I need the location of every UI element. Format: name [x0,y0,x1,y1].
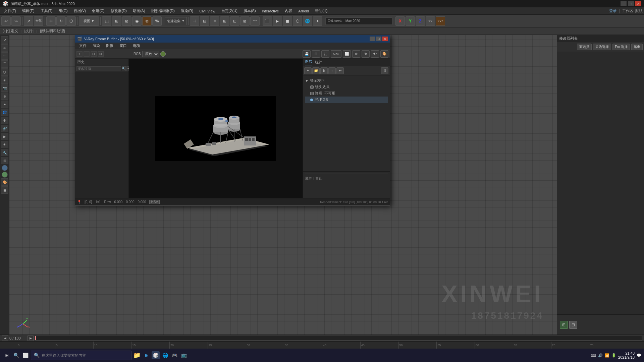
vfb-render-area[interactable] [129,59,303,198]
material-editor[interactable]: ⬡ [293,16,302,26]
sec-toolbar-item-1[interactable]: [+]任定义 [3,28,18,34]
menu-graph-editor[interactable]: 图形编辑器(D) [149,8,177,14]
rpanel-folder[interactable]: 📁 [312,67,320,74]
vfb-fullscreen-btn[interactable]: ⬜ [343,50,351,58]
tree-item-lens[interactable]: 镜头效果 [305,84,388,90]
menu-edit[interactable]: 编辑(E) [19,8,37,14]
menu-animation[interactable]: 动画(A) [130,8,148,14]
vfb-history-prev[interactable]: ⊠ [98,51,104,57]
vfb-zoom50-btn[interactable]: 50% [331,50,341,58]
axis-x[interactable]: X [395,16,405,26]
sec-toolbar-item-2[interactable]: |执行| [24,28,34,34]
close-button[interactable]: ✕ [635,1,641,6]
menu-civil-view[interactable]: Civil View [197,8,218,14]
sidebar-object-color[interactable] [2,165,8,171]
curve-editor[interactable]: 〰 [250,16,260,26]
rotate-tool[interactable]: ↻ [56,16,66,26]
rpanel-undo[interactable]: ↩ [336,67,344,74]
sidebar-camera[interactable]: 📷 [1,84,8,92]
align-tool[interactable]: ⊟ [200,16,209,26]
axis-xyz[interactable]: XYZ [436,16,445,26]
tool-3[interactable]: ⊠ [122,16,131,26]
search-btn[interactable]: 🔍 [12,351,20,359]
vfb-eye-btn[interactable]: 👁 [371,50,379,58]
rpanel-move-up[interactable]: ↑ [328,67,336,74]
menu-create[interactable]: 创建(C) [89,8,107,14]
select-tool[interactable]: ↗ [24,16,33,26]
color-mode-select[interactable]: 颜色 [142,51,159,57]
sidebar-select[interactable]: ↗ [1,36,8,44]
menu-group[interactable]: 组(G) [56,8,70,14]
maximize-button[interactable]: □ [628,1,634,6]
next-frame-btn[interactable]: ▶ [28,336,34,341]
taskbar-3dsmax[interactable]: 🎲 [152,351,160,359]
select-all[interactable]: 全部 [34,16,43,26]
tool-2[interactable]: ⊞ [112,16,121,26]
vfb-refresh-btn[interactable]: ↻ [362,50,370,58]
sidebar-hierarchy[interactable]: 🔗 [1,125,8,132]
fro-select-btn[interactable]: Fro 选择 [612,44,630,50]
sidebar-display[interactable]: 👁 [1,141,8,148]
vfb-history-split[interactable]: ⊟ [91,51,97,57]
sidebar-light[interactable]: ☀ [1,76,8,84]
effects[interactable]: ✦ [313,16,322,26]
render-env[interactable]: 🌐 [303,16,312,26]
vfb-menu-options[interactable]: 选项 [130,43,143,49]
sidebar-modifier[interactable]: ⚙ [1,117,8,124]
prev-frame-btn[interactable]: ◀ [2,336,8,341]
sidebar-wire-color[interactable] [2,172,8,178]
axis-xy[interactable]: XY [426,16,435,26]
taskbar-ie[interactable]: 🌐 [161,351,169,359]
viewport-dropdown[interactable]: 视图 ▼ [79,16,99,26]
sidebar-curve[interactable]: 〰 [1,52,8,60]
rpanel-delete[interactable]: 🗑 [320,67,328,74]
snaps-toggle[interactable]: ⧉ [142,16,152,26]
tree-item-denoise[interactable]: 降噪: 不可用 [305,90,388,97]
menu-render[interactable]: 渲染(R) [178,8,196,14]
taskbar-app4[interactable]: 🎮 [170,351,178,359]
sidebar-shape[interactable]: ⬡ [1,68,8,76]
menu-modifier[interactable]: 修改器(D) [108,8,129,14]
taskbar-app5[interactable]: 📺 [180,351,188,359]
menu-file[interactable]: 文件(F) [1,8,19,14]
multi-select-btn[interactable]: 多边选择 [593,44,611,50]
vfb-channel-select[interactable]: HSV [149,200,160,204]
tool-8[interactable]: ⊠ [240,16,250,26]
menu-script[interactable]: 脚本(S) [241,8,259,14]
vfb-close[interactable]: ✕ [382,37,388,41]
taskbar-explorer[interactable]: 📁 [133,351,141,359]
taskbar-clock[interactable]: 21:43 2021/9/18 [618,351,635,359]
render-setup[interactable]: ⬛ [263,16,272,26]
vfb-crosshair-btn[interactable]: ⊕ [352,50,360,58]
sidebar-spline[interactable]: ⌒ [1,60,8,68]
menu-customize[interactable]: 自定义(U) [219,8,240,14]
vfb-menu-window[interactable]: 窗口 [117,43,129,49]
tool-7[interactable]: ⊡ [230,16,239,26]
vfb-history-del[interactable]: − [84,51,90,57]
face-select-btn[interactable]: 面选择 [577,44,592,50]
menu-interactive[interactable]: Interactive [259,8,282,14]
rpanel-icon-1[interactable]: ⊞ [560,321,568,329]
axis-y[interactable]: Y [406,16,415,26]
vfb-layer-tab[interactable]: 图层 [305,59,312,65]
vfb-stats-tab[interactable]: 统计 [315,60,322,65]
tool-6[interactable]: ⊞ [220,16,229,26]
render-prod[interactable]: ▶ [273,16,282,26]
axis-z[interactable]: Z [416,16,425,26]
menu-arnold[interactable]: Arnold [296,8,312,14]
rpanel-settings[interactable]: ⚙ [381,67,388,74]
sidebar-particle[interactable]: ✦ [1,101,8,108]
timeline-track[interactable] [35,336,642,341]
menu-view[interactable]: 视图(V) [71,8,89,14]
vfb-region-btn[interactable]: ⬚ [321,50,329,58]
build-selection-dropdown[interactable]: 创建选集 ▼ [165,17,187,25]
rpanel-icon-2[interactable]: ⊟ [569,321,577,329]
vfb-menu-file[interactable]: 文件 [76,43,89,49]
vfb-minimize[interactable]: ─ [370,37,375,41]
tool-5[interactable]: % [152,16,162,26]
sidebar-paint[interactable]: ✏ [1,44,8,52]
rpanel-add[interactable]: + [304,67,312,74]
tool-1[interactable]: ⬚ [102,16,111,26]
main-viewport[interactable]: 🎬 V-Ray Frame Buffer - [50.0% of 960 x 5… [9,35,557,335]
redo-button[interactable]: ↪ [11,16,21,26]
